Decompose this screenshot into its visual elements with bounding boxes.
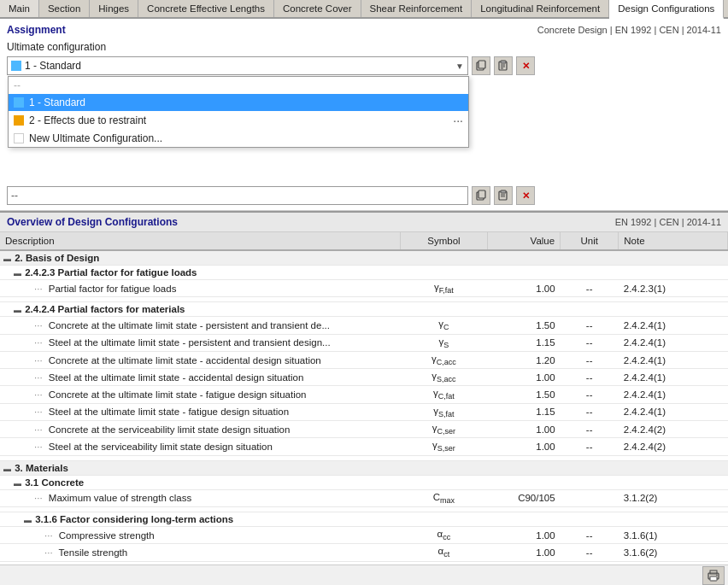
delete-second-button[interactable]: ✕: [516, 186, 535, 205]
table-row[interactable]: ▬ 3.1 Concrete: [0, 475, 728, 489]
col-unit: Unit: [561, 232, 619, 250]
print-button[interactable]: [702, 566, 725, 585]
copy-config-button[interactable]: [472, 56, 490, 75]
tab-concrete-effective-lengths[interactable]: Concrete Effective Lengths: [138, 0, 274, 17]
select-row: 1 - Standard ▼ -- 1 - Standard 2 - Effec…: [7, 56, 721, 75]
table-row[interactable]: ··· Partial factor for fatigue loads γF,…: [0, 280, 728, 297]
table-row[interactable]: ··· Concrete at the ultimate limit state…: [0, 317, 728, 334]
table-header-row: Description Symbol Value Unit Note: [0, 232, 728, 250]
bottom-bar: [0, 565, 728, 585]
expand-icon[interactable]: ▬: [14, 479, 22, 488]
item-color-new: [14, 133, 24, 143]
table-row[interactable]: ··· Concrete at the serviceability limit…: [0, 421, 728, 438]
second-toolbar-row: -- ✕: [7, 186, 721, 205]
design-config-table[interactable]: Description Symbol Value Unit Note: [0, 232, 728, 565]
dropdown-item-effects[interactable]: 2 - Effects due to restraint ···: [9, 111, 468, 130]
table-row[interactable]: ··· Steel at the ultimate limit state - …: [0, 369, 728, 386]
tab-design-configurations[interactable]: Design Configurations: [609, 0, 724, 19]
svg-rect-1: [478, 61, 485, 68]
printer-icon: [707, 570, 720, 582]
svg-rect-10: [501, 190, 506, 193]
col-symbol: Symbol: [400, 232, 487, 250]
tab-hinges[interactable]: Hinges: [90, 0, 138, 17]
assignment-title: Assignment: [7, 24, 66, 36]
tab-concrete-cover[interactable]: Concrete Cover: [274, 0, 361, 17]
table-row[interactable]: ··· Concrete at the ultimate limit state…: [0, 386, 728, 403]
config-select[interactable]: 1 - Standard ▼ -- 1 - Standard 2 - Effec…: [7, 56, 468, 75]
svg-rect-14: [710, 576, 717, 581]
col-description: Description: [0, 232, 400, 250]
svg-rect-3: [501, 61, 506, 63]
assignment-header: Assignment Concrete Design | EN 1992 | C…: [7, 24, 721, 36]
tab-section[interactable]: Section: [39, 0, 90, 17]
paste-second-button[interactable]: [494, 186, 513, 205]
dropdown-menu: -- 1 - Standard 2 - Effects due to restr…: [8, 76, 469, 148]
svg-rect-8: [478, 190, 485, 198]
paste-icon: [497, 60, 509, 72]
table-row[interactable]: ··· Steel at the ultimate limit state - …: [0, 403, 728, 420]
dropdown-item-new[interactable]: New Ultimate Configuration...: [9, 130, 468, 147]
config-label: Ultimate configuration: [7, 41, 721, 53]
table-row[interactable]: ··· Concrete at the ultimate limit state…: [0, 351, 728, 368]
paste2-icon: [497, 190, 509, 202]
assignment-section: Assignment Concrete Design | EN 1992 | C…: [0, 19, 728, 211]
copy-second-button[interactable]: [472, 186, 490, 205]
copy-icon: [475, 60, 487, 72]
table-row[interactable]: ▬ 2.4.2.3 Partial factor for fatigue loa…: [0, 266, 728, 280]
overview-header: Overview of Design Configurations EN 199…: [0, 213, 728, 232]
expand-icon[interactable]: ▬: [24, 516, 32, 524]
expand-icon[interactable]: ▬: [14, 269, 22, 278]
item-color-effects: [14, 115, 24, 126]
col-value: Value: [488, 232, 561, 250]
paste-config-button[interactable]: [494, 56, 513, 75]
table-row[interactable]: ▬ 3.1.6 Factor considering long-term act…: [0, 512, 728, 526]
tab-longitudinal-reinforcement[interactable]: Longitudinal Reinforcement: [472, 0, 609, 17]
main-content: Assignment Concrete Design | EN 1992 | C…: [0, 19, 728, 585]
select-color-indicator: [11, 61, 21, 71]
table-row[interactable]: ··· Compressive strength αcc 1.00 -- 3.1…: [0, 526, 728, 543]
item-color-standard: [14, 97, 24, 108]
table-row[interactable]: ··· Maximum value of strength class Cmax…: [0, 489, 728, 506]
table-row[interactable]: ··· Steel at the serviceability limit st…: [0, 438, 728, 455]
table-row[interactable]: ▬ 2. Basis of Design: [0, 250, 728, 266]
expand-icon[interactable]: ▬: [14, 306, 22, 314]
expand-icon[interactable]: ▬: [3, 254, 12, 263]
col-note: Note: [619, 232, 728, 250]
expand-icon[interactable]: ▬: [3, 465, 12, 473]
copy2-icon: [475, 190, 487, 202]
overview-info: EN 1992 | CEN | 2014-11: [615, 217, 721, 227]
overview-title: Overview of Design Configurations: [7, 216, 178, 228]
table-row[interactable]: ··· Steel at the ultimate limit state - …: [0, 334, 728, 351]
tab-shear-reinforcement[interactable]: Shear Reinforcement: [361, 0, 473, 17]
second-select[interactable]: --: [7, 186, 468, 205]
dropdown-item-separator[interactable]: --: [9, 77, 468, 94]
svg-point-16: [716, 574, 718, 576]
table-row[interactable]: ▬ 3. Materials: [0, 460, 728, 475]
ellipsis-icon: ···: [453, 114, 463, 127]
assignment-info: Concrete Design | EN 1992 | CEN | 2014-1…: [537, 25, 721, 35]
delete-config-button[interactable]: ✕: [516, 56, 535, 75]
dropdown-item-standard[interactable]: 1 - Standard: [9, 94, 468, 111]
tab-bar: Main Section Hinges Concrete Effective L…: [0, 0, 728, 19]
selected-config-label: 1 - Standard: [25, 60, 81, 72]
table-row[interactable]: ▬ 2.4.2.4 Partial factors for materials: [0, 302, 728, 317]
overview-section: Overview of Design Configurations EN 199…: [0, 211, 728, 585]
tab-main[interactable]: Main: [0, 0, 39, 17]
table-row[interactable]: ··· Tensile strength αct 1.00 -- 3.1.6(2…: [0, 544, 728, 561]
dropdown-arrow-icon: ▼: [455, 61, 464, 71]
